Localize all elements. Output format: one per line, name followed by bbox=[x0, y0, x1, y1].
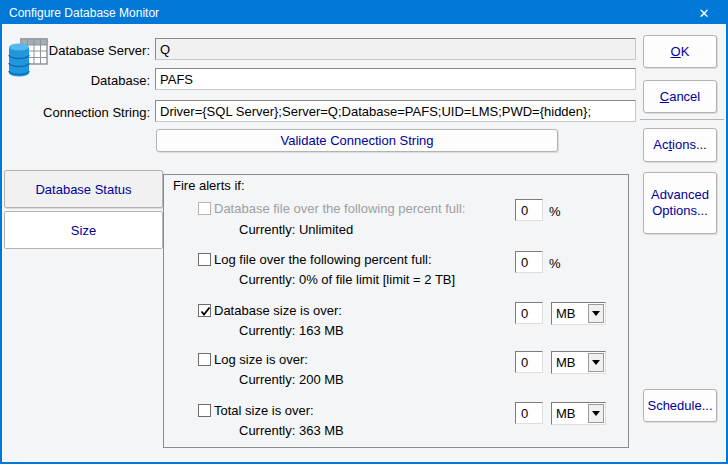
actions-button-label: Actions... bbox=[653, 137, 706, 153]
threshold-input[interactable] bbox=[515, 302, 543, 324]
cancel-button[interactable]: Cancel bbox=[643, 80, 717, 113]
chevron-down-icon bbox=[592, 311, 600, 316]
dropdown-button[interactable] bbox=[588, 353, 604, 372]
tab-database-status[interactable]: Database Status bbox=[4, 170, 163, 208]
tab-size[interactable]: Size bbox=[4, 211, 163, 249]
tab-database-status-label: Database Status bbox=[35, 182, 131, 197]
connection-string-label: Connection String: bbox=[2, 105, 150, 120]
checkbox-log-size[interactable] bbox=[198, 353, 211, 366]
chevron-down-icon bbox=[592, 411, 600, 416]
threshold-input[interactable] bbox=[515, 351, 543, 373]
threshold-input[interactable] bbox=[515, 199, 543, 221]
currently-value: Currently: 363 MB bbox=[239, 423, 344, 438]
schedule-button[interactable]: Schedule... bbox=[643, 389, 717, 422]
window-title: Configure Database Monitor bbox=[2, 6, 682, 20]
actions-button[interactable]: Actions... bbox=[643, 128, 717, 162]
advanced-options-button[interactable]: Advanced Options... bbox=[643, 172, 717, 234]
checkbox-total-size[interactable] bbox=[198, 404, 211, 417]
schedule-button-label: Schedule... bbox=[647, 398, 712, 414]
threshold-input[interactable] bbox=[515, 402, 543, 424]
dropdown-button[interactable] bbox=[588, 304, 604, 323]
checkbox-database-size[interactable] bbox=[198, 304, 211, 317]
row-label: Database size is over: bbox=[214, 303, 342, 318]
connection-string-input[interactable] bbox=[155, 100, 636, 122]
validate-connection-string-label: Validate Connection String bbox=[281, 133, 434, 149]
fire-alerts-group-label: Fire alerts if: bbox=[173, 178, 245, 193]
advanced-options-button-label: Advanced Options... bbox=[650, 187, 710, 219]
currently-value: Currently: 163 MB bbox=[239, 323, 344, 338]
validate-connection-string-button[interactable]: Validate Connection String bbox=[156, 129, 558, 152]
unit-label: % bbox=[549, 256, 561, 271]
threshold-input[interactable] bbox=[515, 251, 543, 273]
chevron-down-icon bbox=[592, 360, 600, 365]
database-server-input[interactable] bbox=[155, 38, 636, 60]
ok-button-label: OK bbox=[671, 44, 690, 60]
configure-database-monitor-dialog: Configure Database Monitor ✕ Database Se… bbox=[0, 0, 728, 464]
database-server-label: Database Server: bbox=[2, 43, 150, 58]
row-label: Log file over the following percent full… bbox=[214, 252, 432, 267]
cancel-button-label: Cancel bbox=[660, 89, 700, 105]
unit-dropdown-value: MB bbox=[552, 352, 587, 373]
checkbox-database-file-percent[interactable] bbox=[198, 202, 211, 215]
unit-dropdown[interactable]: MB bbox=[551, 351, 606, 374]
database-input[interactable] bbox=[155, 68, 636, 90]
row-label: Database file over the following percent… bbox=[214, 201, 465, 216]
tab-size-label: Size bbox=[71, 223, 96, 238]
database-label: Database: bbox=[2, 73, 150, 88]
button-separator bbox=[640, 119, 724, 120]
row-label: Log size is over: bbox=[214, 352, 308, 367]
close-button[interactable]: ✕ bbox=[682, 2, 726, 24]
checkbox-log-file-percent[interactable] bbox=[198, 253, 211, 266]
titlebar[interactable]: Configure Database Monitor ✕ bbox=[2, 2, 726, 24]
unit-dropdown-value: MB bbox=[552, 403, 587, 424]
ok-button[interactable]: OK bbox=[643, 35, 717, 68]
currently-value: Currently: Unlimited bbox=[239, 222, 353, 237]
unit-dropdown[interactable]: MB bbox=[551, 402, 606, 425]
currently-value: Currently: 0% of file limit [limit = 2 T… bbox=[239, 272, 455, 287]
dropdown-button[interactable] bbox=[588, 404, 604, 423]
row-label: Total size is over: bbox=[214, 403, 314, 418]
unit-label: % bbox=[549, 204, 561, 219]
close-icon: ✕ bbox=[699, 6, 710, 21]
unit-dropdown[interactable]: MB bbox=[551, 302, 606, 325]
unit-dropdown-value: MB bbox=[552, 303, 587, 324]
currently-value: Currently: 200 MB bbox=[239, 372, 344, 387]
